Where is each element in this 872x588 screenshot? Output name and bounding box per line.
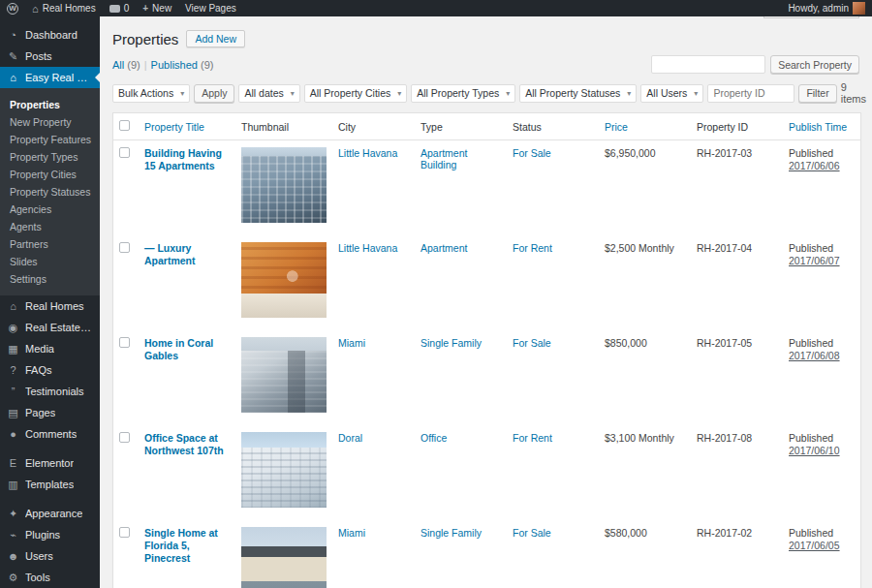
property-types-label: All Property Types <box>417 87 499 99</box>
property-title-link[interactable]: Office Space at Northwest 107th <box>144 432 230 457</box>
select-row-checkbox[interactable] <box>119 527 130 538</box>
status-link[interactable]: For Sale <box>513 147 551 159</box>
submenu-item-new-property[interactable]: New Property <box>0 113 100 131</box>
sidebar-item-comments[interactable]: ● Comments <box>0 423 100 445</box>
submenu-item-agents[interactable]: Agents <box>0 218 100 235</box>
type-link[interactable]: Office <box>420 432 447 444</box>
sidebar-item-faqs[interactable]: ? FAQs <box>0 359 100 381</box>
comments-indicator[interactable]: 0 <box>103 0 137 16</box>
view-published-link[interactable]: Published (9) <box>151 59 214 71</box>
select-row-checkbox[interactable] <box>119 337 130 348</box>
sidebar-item-dashboard[interactable]: ◔ Dashboard <box>0 24 100 46</box>
submenu-item-agencies[interactable]: Agencies <box>0 201 100 218</box>
sidebar-item-plugins[interactable]: ⌁ Plugins <box>0 524 100 545</box>
select-row-checkbox[interactable] <box>119 147 130 158</box>
column-header-price[interactable]: Price <box>599 113 691 140</box>
tools-icon: ⚙ <box>7 572 19 584</box>
select-row-checkbox[interactable] <box>119 432 130 443</box>
submenu-item-property-cities[interactable]: Property Cities <box>0 166 100 183</box>
sidebar-item-real-estate-crm[interactable]: ◉ Real Estate CRM <box>0 317 100 338</box>
type-link[interactable]: Single Family <box>420 527 482 539</box>
submenu-easy-real-estate: PropertiesNew PropertyProperty FeaturesP… <box>0 88 100 295</box>
type-link[interactable]: Apartment <box>420 242 467 254</box>
sidebar-item-real-homes[interactable]: ⌂ Real Homes <box>0 295 100 317</box>
sidebar-item-easy-real-estate[interactable]: ⌂ Easy Real Estate <box>0 67 100 88</box>
column-header-publish-time[interactable]: Publish Time <box>783 113 860 140</box>
property-thumbnail[interactable] <box>241 242 327 318</box>
publish-date: 2017/06/05 <box>789 540 840 551</box>
submenu-item-settings[interactable]: Settings <box>0 270 100 288</box>
elementor-icon: E <box>7 457 19 469</box>
property-cities-select[interactable]: All Property Cities ▾ <box>304 84 407 103</box>
column-header-property-title[interactable]: Property Title <box>139 113 235 140</box>
property-title-link[interactable]: Building Having 15 Apartments <box>144 147 230 172</box>
search-property-button[interactable]: Search Property <box>770 55 859 74</box>
status-link[interactable]: For Rent <box>513 242 552 254</box>
type-link[interactable]: Apartment Building <box>420 147 467 170</box>
city-link[interactable]: Little Havana <box>338 242 397 254</box>
view-pages-link[interactable]: View Pages <box>178 0 243 16</box>
dates-select[interactable]: All dates ▾ <box>238 84 299 103</box>
column-header-type: Type <box>415 113 507 140</box>
type-link[interactable]: Single Family <box>420 337 482 349</box>
sidebar-item-appearance[interactable]: ✦ Appearance <box>0 503 100 524</box>
property-thumbnail[interactable] <box>241 432 327 508</box>
add-new-button[interactable]: Add New <box>186 30 245 47</box>
city-link[interactable]: Doral <box>338 432 362 444</box>
submenu-item-property-statuses[interactable]: Property Statuses <box>0 183 100 201</box>
sidebar-item-label: Appearance <box>25 508 82 519</box>
city-link[interactable]: Miami <box>338 337 365 349</box>
plus-icon: + <box>142 3 148 14</box>
city-link[interactable]: Miami <box>338 527 365 539</box>
property-thumbnail[interactable] <box>241 337 327 413</box>
users-select[interactable]: All Users ▾ <box>640 84 703 103</box>
sidebar-item-pages[interactable]: ▤ Pages <box>0 402 100 423</box>
view-all-link[interactable]: All (9) <box>112 59 140 71</box>
search-input[interactable] <box>651 55 765 74</box>
property-title-link[interactable]: Single Home at Florida 5, Pinecrest <box>144 527 230 565</box>
city-link[interactable]: Little Havana <box>338 147 397 159</box>
select-row-checkbox[interactable] <box>119 242 130 253</box>
real-estate-crm-icon: ◉ <box>7 322 19 334</box>
property-title-link[interactable]: — Luxury Apartment <box>144 242 230 267</box>
property-thumbnail[interactable] <box>241 147 327 223</box>
new-content-button[interactable]: + New <box>136 0 178 16</box>
submenu-item-property-types[interactable]: Property Types <box>0 148 100 166</box>
apply-button[interactable]: Apply <box>194 84 234 103</box>
sidebar-item-users[interactable]: ☻ Users <box>0 545 100 567</box>
table-header-row: Property Title Thumbnail City Type Statu… <box>113 113 860 140</box>
property-thumbnail[interactable] <box>241 527 327 588</box>
property-title-link[interactable]: Home in Coral Gables <box>144 337 230 362</box>
publish-status: Published <box>789 147 833 159</box>
site-name-link[interactable]: ⌂ Real Homes <box>25 0 103 16</box>
comment-bubble-icon <box>109 5 120 13</box>
users-icon: ☻ <box>7 550 19 562</box>
submenu-item-partners[interactable]: Partners <box>0 235 100 253</box>
sidebar-item-templates[interactable]: ▥ Templates <box>0 474 100 495</box>
select-all-checkbox[interactable] <box>119 120 130 131</box>
price-value: $3,100 Monthly <box>605 432 674 444</box>
sidebar-item-tools[interactable]: ⚙ Tools <box>0 567 100 588</box>
status-link[interactable]: For Sale <box>513 527 551 539</box>
status-link[interactable]: For Rent <box>513 432 552 444</box>
wp-logo[interactable]: W <box>0 0 25 16</box>
sidebar-item-label: Templates <box>25 479 74 490</box>
submenu-item-property-features[interactable]: Property Features <box>0 131 100 148</box>
sidebar-item-label: Pages <box>25 407 55 418</box>
filter-button[interactable]: Filter <box>798 84 836 103</box>
submenu-item-properties[interactable]: Properties <box>0 96 100 113</box>
chevron-down-icon: ▾ <box>627 89 631 98</box>
publish-date: 2017/06/10 <box>789 445 840 456</box>
submenu-item-slides[interactable]: Slides <box>0 253 100 270</box>
property-id-input[interactable] <box>707 84 794 103</box>
bulk-actions-select[interactable]: Bulk Actions ▾ <box>112 84 190 103</box>
sidebar-item-elementor[interactable]: E Elementor <box>0 452 100 474</box>
sidebar-item-testimonials[interactable]: ” Testimonials <box>0 381 100 402</box>
property-types-select[interactable]: All Property Types ▾ <box>411 84 515 103</box>
sidebar-item-posts[interactable]: ✎ Posts <box>0 46 100 67</box>
sidebar-item-media[interactable]: ▦ Media <box>0 338 100 359</box>
faqs-icon: ? <box>7 364 19 376</box>
account-menu[interactable]: Howdy, admin <box>781 0 872 16</box>
property-statuses-select[interactable]: All Property Statuses ▾ <box>519 84 637 103</box>
status-link[interactable]: For Sale <box>513 337 551 349</box>
